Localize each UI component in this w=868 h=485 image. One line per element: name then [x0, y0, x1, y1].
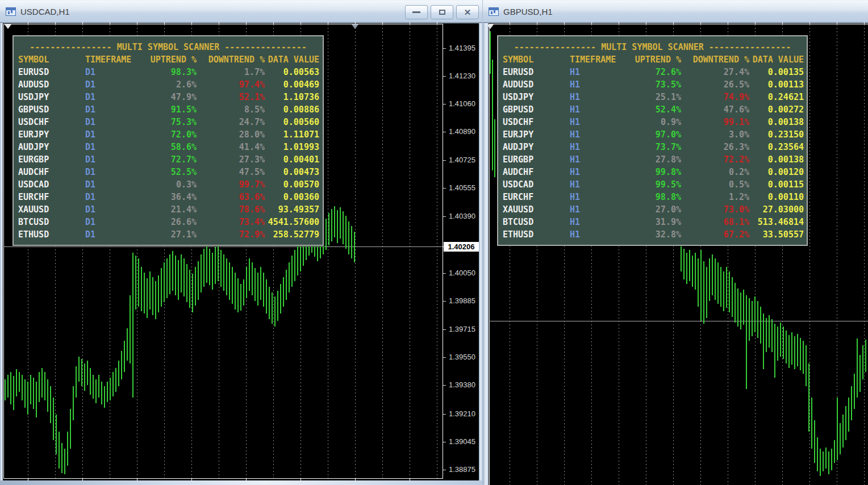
scanner-cell: 97.4%	[197, 78, 265, 91]
axis-top-tick	[164, 22, 165, 24]
scanner-cell: D1	[85, 203, 140, 216]
grid-vline	[809, 24, 810, 485]
scanner-cell: 93.49357	[265, 203, 319, 216]
scanner-cell: 0.00272	[749, 103, 804, 116]
restore-button[interactable]	[431, 5, 453, 19]
axis-top-tick	[864, 22, 865, 24]
price-bar	[44, 372, 45, 400]
window-frame-left	[483, 23, 489, 485]
scanner-cell: D1	[85, 141, 140, 153]
price-bar	[286, 270, 287, 300]
window-title: USDCAD,H1	[20, 7, 70, 16]
price-bar	[30, 375, 31, 404]
chart-window-icon	[489, 7, 499, 16]
price-bar	[752, 301, 753, 336]
price-axis-tick	[443, 470, 446, 470]
price-bar	[865, 340, 866, 372]
price-bar	[10, 372, 11, 404]
scanner-cell: 91.5%	[140, 103, 197, 116]
scanner-header-row: SYMBOL TIMEFRAME UPTREND % DOWNTREND % D…	[14, 53, 323, 66]
axis-top-tick	[110, 22, 110, 24]
price-bar	[206, 245, 207, 283]
mt4-workspace: USDCAD,H1 ✕ 1.413951.412301.410601.40890…	[0, 0, 868, 485]
scanner-rows: EURUSDH172.6%27.4%0.00135AUDUSDH173.5%26…	[498, 66, 807, 241]
scanner-cell: 1.10736	[265, 91, 319, 103]
scanner-cell: BTCUSD	[18, 216, 85, 228]
price-bar	[740, 292, 741, 329]
price-bar	[101, 382, 102, 404]
plot-border-left	[489, 24, 490, 485]
price-bar	[33, 378, 34, 409]
price-bar	[192, 274, 193, 312]
axis-bottom-tick	[246, 479, 247, 481]
price-bar	[328, 213, 329, 245]
scanner-cell: 99.8%	[624, 166, 681, 178]
price-axis-tick	[443, 301, 446, 302]
scanner-cell: EURGBP	[18, 153, 85, 166]
price-bar	[263, 273, 264, 307]
price-bar	[158, 275, 159, 312]
minimize-button[interactable]	[405, 5, 428, 19]
scanner-cell: 0.00473	[265, 166, 319, 178]
scanner-cell: 0.2%	[681, 166, 749, 178]
plot-border-left	[3, 24, 4, 478]
scanner-cell: 0.00560	[265, 116, 319, 128]
scanner-cell: AUDCHF	[18, 166, 85, 178]
scanner-cell: H1	[570, 103, 624, 116]
axis-top-tick	[382, 22, 383, 24]
price-bar	[791, 332, 792, 365]
scanner-cell: USDJPY	[18, 91, 85, 103]
price-bar	[189, 270, 190, 308]
scanner-cell: 74.9%	[681, 91, 749, 103]
price-axis-label: 1.40890	[449, 127, 475, 136]
scanner-cell: 0.00886	[265, 103, 319, 116]
scanner-cell: D1	[85, 191, 140, 203]
scanner-row: XAUUSDH127.0%73.0%27.03000	[498, 203, 807, 216]
price-bar	[226, 258, 227, 295]
window-frame-left	[0, 23, 3, 485]
window-title: GBPUSD,H1	[503, 7, 553, 16]
price-bar	[326, 219, 327, 250]
price-bar	[161, 268, 162, 307]
titlebar-gbpusd[interactable]: GBPUSD,H1	[483, 0, 868, 23]
price-bar	[726, 267, 727, 308]
price-bar	[90, 368, 91, 395]
price-bar	[53, 398, 54, 440]
price-bar	[254, 268, 256, 301]
scanner-cell: 72.6%	[624, 66, 681, 78]
scanner-cell: 31.9%	[624, 216, 681, 228]
titlebar-usdcad[interactable]: USDCAD,H1 ✕	[0, 0, 482, 23]
price-bar	[831, 449, 832, 470]
price-axis-tick	[443, 357, 446, 358]
current-price-tag: 1.40206	[444, 242, 479, 252]
scanner-cell: 0.00138	[749, 116, 804, 128]
price-bar	[98, 375, 99, 398]
price-bar	[737, 289, 738, 327]
header-timeframe: TIMEFRAME	[85, 53, 140, 66]
price-bar	[132, 253, 133, 398]
close-button[interactable]: ✕	[456, 5, 479, 19]
scanner-cell: 27.03000	[749, 203, 804, 216]
price-axis-tick	[443, 48, 446, 49]
price-bar	[280, 284, 281, 313]
grid-vline	[382, 24, 383, 478]
price-axis[interactable]: 1.413951.412301.410601.408901.407251.405…	[443, 23, 479, 480]
scanner-cell: 58.6%	[140, 141, 197, 153]
scanner-cell: EURUSD	[18, 66, 85, 78]
scanner-cell: USDCAD	[18, 178, 85, 191]
scanner-cell: H1	[570, 178, 624, 191]
axis-bottom-tick	[410, 479, 410, 481]
scanner-cell: AUDJPY	[18, 141, 85, 153]
scanner-cell: GBPUSD	[18, 103, 85, 116]
price-axis-label: 1.41060	[449, 99, 475, 108]
price-axis-tick	[443, 132, 446, 132]
scanner-cell: 26.5%	[681, 78, 749, 91]
price-bar	[93, 375, 94, 399]
price-bar	[164, 262, 165, 302]
price-bar	[201, 254, 202, 292]
axis-top-tick	[28, 22, 28, 24]
header-data-value: DATA VALUE	[749, 53, 804, 66]
price-bar	[95, 379, 97, 403]
axis-top-tick	[755, 22, 756, 24]
scanner-cell: 41.4%	[197, 141, 265, 153]
